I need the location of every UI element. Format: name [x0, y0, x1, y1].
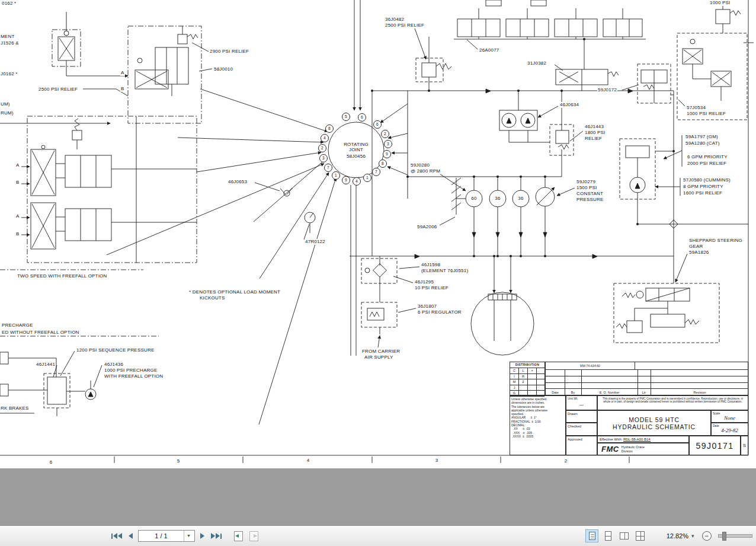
- schematic-label: RK BRAKES: [0, 405, 30, 411]
- last-page-button[interactable]: [210, 532, 223, 540]
- zoom-slider-handle[interactable]: [722, 532, 726, 541]
- schematic-label: 2000 PSI RELIEF: [687, 161, 727, 167]
- date-cell: Date 4-29-82: [711, 423, 748, 436]
- schematic-label: 1000 PSI: [709, 0, 731, 6]
- schematic-label: 1500 PSI: [576, 185, 598, 191]
- schematic-label: 58J0010: [213, 66, 233, 72]
- next-page-button[interactable]: [199, 532, 206, 540]
- zoom-slider[interactable]: [718, 534, 752, 538]
- page-number-combobox[interactable]: ▾: [138, 530, 195, 542]
- revision-col-date: Date: [546, 391, 565, 394]
- unit-wt-value: —: [566, 403, 597, 407]
- tolerance-note: Unless otherwise specifieddimensions are…: [510, 395, 566, 455]
- title-block: DISTRIBUTION CL× IR MZ J G MW-74-A34-60 …: [510, 362, 748, 455]
- zoom-level-value[interactable]: 12.82%: [661, 532, 688, 539]
- schematic-label: 31J0382: [527, 60, 547, 66]
- schematic-label: 4: [306, 458, 310, 463]
- single-page-view-button[interactable]: [585, 529, 598, 542]
- schematic-label: B: [15, 180, 20, 186]
- continuous-page-icon: [605, 531, 611, 541]
- schematic-label: 2500 PSI RELIEF: [38, 87, 78, 92]
- effective-with-cell: Effective With: RDL-58-A00 B14: [597, 436, 689, 443]
- continuous-facing-icon: [636, 531, 645, 541]
- schematic-label: 57J0580 (CUMMINS): [683, 177, 731, 183]
- distribution-cell: R: [519, 374, 528, 380]
- company-division: Hydraulic Crane Division: [622, 445, 645, 453]
- schematic-label: 2: [318, 144, 326, 152]
- next-view-icon: [249, 531, 258, 541]
- effective-with-value: RDL-58-A00 B14: [623, 438, 651, 442]
- schematic-label: 1000 PSI RELIEF: [686, 111, 726, 117]
- distribution-cell: M: [510, 379, 519, 385]
- schematic-label: FROM CARRIER: [361, 349, 401, 355]
- fmc-logo: FMC: [601, 445, 619, 454]
- schematic-label: WITH FREEFALL OPTION: [104, 373, 164, 379]
- schematic-label: 1200 PSI SEQUENCE PRESSURE: [76, 347, 155, 353]
- schematic-label: 2500 PSI RELIEF: [385, 23, 425, 28]
- schematic-label: J1526 &: [0, 40, 20, 46]
- schematic-label: 59J0172: [597, 87, 617, 93]
- schematic-label: 59J0279: [576, 179, 596, 185]
- revision-col-ltr: Ltr: [638, 391, 651, 394]
- distribution-cell: [528, 379, 537, 385]
- distribution-cell: [528, 374, 537, 380]
- previous-view-button[interactable]: [233, 530, 244, 542]
- zoom-out-button[interactable]: −: [702, 531, 712, 541]
- schematic-label: 2: [381, 130, 389, 138]
- page-dropdown-caret-icon[interactable]: ▾: [184, 531, 193, 541]
- next-view-button[interactable]: [248, 530, 260, 542]
- schematic-label: B: [15, 231, 20, 237]
- schematic-label: 8: [325, 124, 334, 133]
- schematic-label: 60: [471, 196, 476, 202]
- confidentiality-note: This drawing is the property of FMC Corp…: [597, 395, 748, 410]
- schematic-label: GEAR: [688, 244, 703, 250]
- drawn-label: Drawn: [568, 412, 597, 416]
- schematic-label: 59A2006: [417, 224, 437, 230]
- schematic-label: 57J0534: [686, 105, 706, 111]
- distribution-cell: J: [510, 385, 519, 391]
- schematic-label: 10 PSI RELIEF: [414, 285, 449, 291]
- schematic-label: PRESSURE: [576, 197, 604, 203]
- schematic-label: PRECHARGE: [1, 323, 33, 328]
- drawn-cell: Drawn: [566, 410, 597, 423]
- page-number-field[interactable]: [139, 532, 184, 539]
- schematic-label: * DENOTES OPTIONAL LOAD MOMENT: [188, 289, 281, 295]
- schematic-label: 46J1598: [421, 262, 441, 268]
- schematic-label: 1800 PSI: [584, 130, 606, 136]
- facing-view-button[interactable]: [617, 529, 630, 542]
- schematic-label: 1: [363, 174, 371, 182]
- drawing-title-line1: MODEL 59 HTC: [598, 416, 710, 423]
- schematic-label: KICKOUTS: [199, 295, 226, 301]
- zoom-dropdown-caret-icon[interactable]: ▾: [691, 533, 694, 539]
- schematic-label: 36: [518, 196, 523, 202]
- revision-col-by: By: [565, 391, 581, 394]
- distribution-cell: I: [510, 374, 519, 380]
- continuous-facing-view-button[interactable]: [633, 529, 646, 542]
- revision-table: MW-74-A34-60 Date By E. O. Number Ltr Re…: [545, 362, 748, 395]
- schematic-label: 59J0280: [410, 162, 430, 168]
- company-cell: FMC Hydraulic Crane Division: [597, 443, 689, 455]
- first-page-button[interactable]: [110, 532, 123, 540]
- scale-label: Scale: [713, 411, 720, 415]
- schematic-label: 1: [332, 171, 340, 180]
- approved-label: Approved: [568, 438, 597, 441]
- revision-col-eo: E. O. Number: [581, 391, 638, 394]
- schematic-label: SHEPPARD STEERING: [688, 238, 743, 244]
- schematic-label: 46J0653: [228, 179, 248, 185]
- schematic-label: 5: [342, 113, 350, 121]
- schematic-label: 59A1826: [688, 250, 709, 256]
- schematic-label: MENT: [0, 34, 15, 40]
- continuous-view-button[interactable]: [601, 529, 614, 542]
- schematic-label: 2: [564, 458, 568, 464]
- schematic-label: 36J1807: [417, 304, 437, 309]
- schematic-label: 8 GPM PRIORITY: [683, 184, 724, 190]
- schematic-label: (ELEMENT 76J0551): [421, 268, 469, 274]
- schematic-label: 58J0456: [347, 154, 366, 159]
- distribution-cell: ×: [528, 368, 537, 374]
- previous-page-button[interactable]: [127, 532, 134, 540]
- schematic-label: 4: [321, 134, 329, 142]
- schematic-label: UM): [0, 101, 11, 107]
- distribution-cell: [528, 385, 537, 391]
- schematic-label: J0162 *: [0, 71, 18, 77]
- schematic-label: RUM): [0, 110, 14, 116]
